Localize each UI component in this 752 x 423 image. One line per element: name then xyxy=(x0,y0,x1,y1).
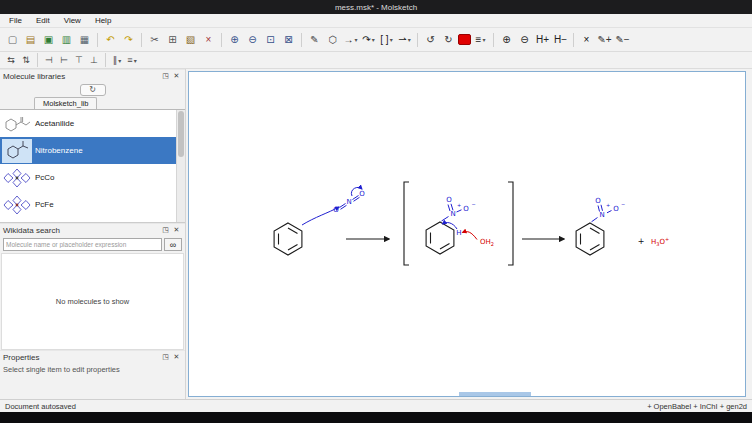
menu-file[interactable]: File xyxy=(2,14,29,27)
tab-molsketch-lib[interactable]: Molsketch_lib xyxy=(34,97,97,109)
redo-icon[interactable]: ↷ xyxy=(120,31,137,48)
float-panel-button[interactable]: ◳ xyxy=(160,225,171,236)
charge-minus-label: − xyxy=(472,201,476,207)
paste-icon[interactable]: ▧ xyxy=(182,31,199,48)
water-nucleophile[interactable]: OH2 xyxy=(463,232,494,247)
trash-icon[interactable]: × xyxy=(200,31,217,48)
zoom-fit-icon[interactable]: ⊡ xyxy=(262,31,279,48)
dock-title-libraries: Molecule libraries xyxy=(3,72,160,81)
bracket-tool-icon[interactable]: [ ]▾ xyxy=(378,31,395,48)
dock-header-wikidata: Wikidata search ◳ ✕ xyxy=(0,223,185,236)
toolbar-separator xyxy=(141,33,142,47)
drawing-canvas[interactable]: O N O xyxy=(188,71,746,397)
delete-tool-icon[interactable]: × xyxy=(578,31,595,48)
zoom-in-icon[interactable]: ⊕ xyxy=(226,31,243,48)
menubar: File Edit View Help xyxy=(0,14,752,28)
distribute-vertical-icon[interactable]: ≡▾ xyxy=(125,54,139,67)
main-toolbar: ▢▤▣▥▦↶↷✂⊞▧×⊕⊖⊡⊠✎⬡→▾↷▾[ ]▾⇀▾↺↻≡▾⊕⊖H+H−×✎+… xyxy=(0,28,752,52)
add-hydrogen-icon[interactable]: H+ xyxy=(534,31,551,48)
scrollbar-thumb[interactable] xyxy=(178,111,184,157)
atom-label-o: O xyxy=(463,205,469,213)
binoculars-icon: ∞ xyxy=(170,240,176,250)
copy-icon[interactable]: ⊞ xyxy=(164,31,181,48)
superscript-plus-label: + xyxy=(665,236,669,242)
dropdown-caret-icon[interactable]: ▾ xyxy=(354,36,357,43)
charge-plus-icon[interactable]: ⊕ xyxy=(498,31,515,48)
library-item-pcfe[interactable]: PcFe xyxy=(0,191,185,218)
align-top-icon[interactable]: ⊤ xyxy=(72,54,86,67)
wikidata-search-input[interactable] xyxy=(3,238,162,251)
menu-edit[interactable]: Edit xyxy=(29,14,57,27)
print-icon[interactable]: ▦ xyxy=(76,31,93,48)
undo-icon[interactable]: ↶ xyxy=(102,31,119,48)
search-button[interactable]: ∞ xyxy=(164,238,182,251)
dropdown-caret-icon[interactable]: ▾ xyxy=(482,36,485,43)
color-picker-swatch[interactable] xyxy=(458,34,471,45)
atom-label-o: O xyxy=(359,190,365,198)
decrease-charge-icon[interactable]: ✎− xyxy=(614,31,631,48)
nitrobenzene-product[interactable]: N + O O − xyxy=(576,197,625,256)
toolbar-separator xyxy=(221,33,222,47)
left-bracket[interactable] xyxy=(404,182,409,265)
align-left-icon[interactable]: ⊣ xyxy=(42,54,56,67)
library-item-pcco[interactable]: PcCo xyxy=(0,164,185,191)
float-panel-button[interactable]: ◳ xyxy=(160,71,171,82)
properties-hint: Select single item to edit properties xyxy=(0,363,185,376)
benzene-molecule[interactable] xyxy=(274,223,302,255)
close-panel-button[interactable]: ✕ xyxy=(171,352,182,363)
canvas-area: O N O xyxy=(186,69,752,399)
curved-arrow-tool-icon[interactable]: ↷▾ xyxy=(360,31,377,48)
align-right-icon[interactable]: ⊢ xyxy=(57,54,71,67)
rotate-ccw-icon[interactable]: ↺ xyxy=(422,31,439,48)
arenium-intermediate[interactable]: N + O O − H xyxy=(426,196,476,254)
open-file-icon[interactable]: ▤ xyxy=(22,31,39,48)
library-item-nitrobenzene[interactable]: Nitrobenzene xyxy=(0,137,185,164)
library-tab-bar: Molsketch_lib xyxy=(0,97,185,110)
line-width-icon[interactable]: ≡▾ xyxy=(472,31,489,48)
zoom-out-icon[interactable]: ⊖ xyxy=(244,31,261,48)
reaction-arrow-tool-icon[interactable]: →▾ xyxy=(342,31,359,48)
library-item-acetanilide[interactable]: Acetanilide xyxy=(0,110,185,137)
toolbar-separator xyxy=(37,53,38,67)
dropdown-caret-icon[interactable]: ▾ xyxy=(372,36,375,43)
save-icon[interactable]: ▣ xyxy=(40,31,57,48)
align-bottom-icon[interactable]: ⊥ xyxy=(87,54,101,67)
dropdown-caret-icon[interactable]: ▾ xyxy=(134,57,137,64)
hydronium-product[interactable]: H3O+ xyxy=(651,236,669,247)
curved-attack-arrow[interactable] xyxy=(302,207,339,225)
properties-empty-area xyxy=(0,376,185,399)
atom-label-n: N xyxy=(346,198,351,206)
refresh-libraries-button[interactable]: ↻ xyxy=(80,84,106,96)
dropdown-caret-icon[interactable]: ▾ xyxy=(118,57,121,64)
horizontal-scrollbar-thumb[interactable] xyxy=(459,392,531,396)
cut-icon[interactable]: ✂ xyxy=(146,31,163,48)
nitronium-ion[interactable]: O N O xyxy=(333,187,365,214)
window-titlebar[interactable]: mess.msk* - Molsketch xyxy=(0,0,752,14)
draw-tool-icon[interactable]: ✎ xyxy=(306,31,323,48)
menu-help[interactable]: Help xyxy=(88,14,118,27)
toolbar-separator xyxy=(97,33,98,47)
increase-charge-icon[interactable]: ✎+ xyxy=(596,31,613,48)
ring-tool-icon[interactable]: ⬡ xyxy=(324,31,341,48)
atom-label-o: O xyxy=(613,205,619,213)
flip-horizontal-icon[interactable]: ⇆ xyxy=(4,54,18,67)
float-panel-button[interactable]: ◳ xyxy=(160,352,171,363)
library-list-scrollbar[interactable] xyxy=(176,110,185,222)
molecule-thumbnail xyxy=(2,112,32,136)
new-document-icon[interactable]: ▢ xyxy=(4,31,21,48)
curved-deprotonation-arrow xyxy=(463,232,478,240)
distribute-horizontal-icon[interactable]: ∥▾ xyxy=(110,54,124,67)
close-panel-button[interactable]: ✕ xyxy=(171,71,182,82)
mechanism-arrow-tool-icon[interactable]: ⇀▾ xyxy=(396,31,413,48)
charge-minus-icon[interactable]: ⊖ xyxy=(516,31,533,48)
dropdown-caret-icon[interactable]: ▾ xyxy=(408,36,411,43)
dropdown-caret-icon[interactable]: ▾ xyxy=(390,36,393,43)
right-bracket[interactable] xyxy=(508,182,513,265)
save-as-icon[interactable]: ▥ xyxy=(58,31,75,48)
flip-vertical-icon[interactable]: ⇅ xyxy=(19,54,33,67)
rotate-cw-icon[interactable]: ↻ xyxy=(440,31,457,48)
menu-view[interactable]: View xyxy=(57,14,88,27)
close-panel-button[interactable]: ✕ xyxy=(171,225,182,236)
remove-hydrogen-icon[interactable]: H− xyxy=(552,31,569,48)
zoom-reset-icon[interactable]: ⊠ xyxy=(280,31,297,48)
